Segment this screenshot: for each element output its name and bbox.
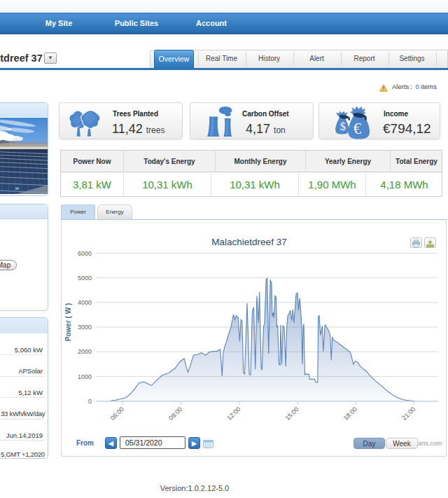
svg-text:2000: 2000 [78, 348, 92, 355]
svg-text:21:00: 21:00 [400, 406, 416, 422]
svg-text:Power ( W ): Power ( W ) [64, 303, 72, 341]
svg-text:Malachietdreef 37: Malachietdreef 37 [211, 237, 286, 247]
svg-text:0: 0 [88, 398, 92, 405]
svg-text:€: € [354, 120, 362, 137]
svg-text:3000: 3000 [78, 324, 92, 331]
svg-text:$: $ [340, 120, 346, 133]
svg-text:Mr: Mr [15, 187, 20, 191]
svg-text:06:00: 06:00 [109, 406, 125, 422]
svg-text:6000: 6000 [78, 250, 92, 257]
svg-text:1000: 1000 [78, 373, 92, 380]
svg-text:18:00: 18:00 [342, 406, 358, 422]
svg-text:12:00: 12:00 [225, 406, 241, 422]
svg-text:4000: 4000 [78, 299, 92, 306]
svg-text:15:00: 15:00 [284, 406, 300, 422]
svg-text:09:00: 09:00 [167, 406, 183, 422]
svg-text:5000: 5000 [78, 275, 92, 282]
